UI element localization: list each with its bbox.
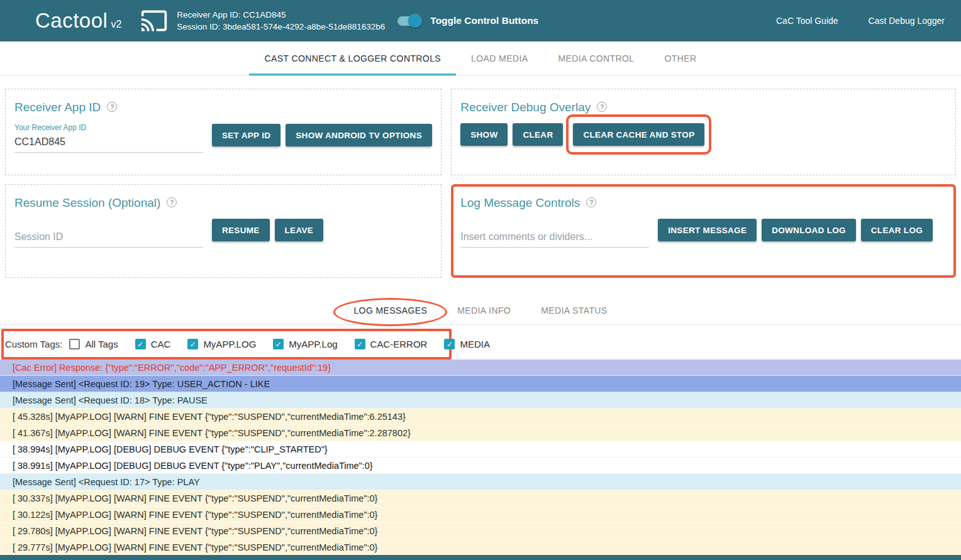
tag-label: CAC-ERROR <box>370 339 428 349</box>
tab-label: CAST CONNECT & LOGGER CONTROLS <box>264 53 441 63</box>
tag-label: All Tags <box>85 339 118 349</box>
receiver-app-id-input-label: Your Receiver App ID <box>14 123 203 132</box>
tag-label: CAC <box>151 339 171 349</box>
log-row-text: [ 38.994s] [MyAPP.LOG] [DEBUG] DEBUG EVE… <box>13 444 328 454</box>
tab-label: MEDIA INFO <box>457 305 511 316</box>
tag-myapp-log-upper[interactable]: MyAPP.LOG <box>187 339 256 349</box>
log-controls-button-group: INSERT MESSAGE DOWNLOAD LOG CLEAR LOG <box>658 219 933 248</box>
log-row-text: [ 38.991s] [MyAPP.LOG] [DEBUG] DEBUG EVE… <box>13 461 373 471</box>
cast-debug-logger-link[interactable]: Cast Debug Logger <box>869 16 945 26</box>
log-row: [ 29.780s] [MyAPP.LOG] [WARN] FINE EVENT… <box>0 523 961 539</box>
checkbox-myapp-log-upper[interactable] <box>187 339 198 349</box>
session-info: Receiver App ID: CC1AD845 Session ID: 3b… <box>177 9 385 33</box>
log-row-text: [ 30.337s] [MyAPP.LOG] [WARN] FINE EVENT… <box>13 493 377 503</box>
receiver-app-id-field-group: Your Receiver App ID <box>14 123 203 153</box>
tab-media-info[interactable]: MEDIA INFO <box>442 296 526 324</box>
session-id-input[interactable] <box>14 229 203 248</box>
show-android-tv-options-button[interactable]: SHOW ANDROID TV OPTIONS <box>286 124 432 146</box>
receiver-app-id-text: Receiver App ID: CC1AD845 <box>177 9 385 21</box>
help-icon[interactable]: ? <box>167 197 177 207</box>
toggle-knob <box>408 14 422 28</box>
log-row: [ 38.994s] [MyAPP.LOG] [DEBUG] DEBUG EVE… <box>0 441 961 458</box>
session-id-text: Session ID: 3bdea581-574e-4292-a8be-51de… <box>177 21 385 33</box>
checkbox-cac[interactable] <box>135 339 146 349</box>
receiver-app-id-card-title: Receiver App ID <box>14 101 101 114</box>
log-message-controls-card: Log Message Controls ? INSERT MESSAGE DO… <box>451 184 956 278</box>
checkbox-myapp-log[interactable] <box>273 339 284 349</box>
tab-media-status[interactable]: MEDIA STATUS <box>526 296 622 324</box>
clear-overlay-button[interactable]: CLEAR <box>513 123 563 146</box>
resume-session-card: Resume Session (Optional) ? RESUME LEAVE <box>5 184 442 278</box>
tag-label: MEDIA <box>460 339 490 349</box>
checkbox-cac-error[interactable] <box>355 339 365 349</box>
clear-log-button[interactable]: CLEAR LOG <box>861 219 933 241</box>
main-tab-bar: CAST CONNECT & LOGGER CONTROLS LOAD MEDI… <box>0 41 961 76</box>
tab-label: MEDIA CONTROL <box>558 53 634 63</box>
footer-bar <box>0 555 961 560</box>
log-row: [Cac Error] Response: {"type":"ERROR","c… <box>0 360 961 376</box>
receiver-debug-overlay-card-title: Receiver Debug Overlay <box>460 101 591 114</box>
tag-all-tags[interactable]: All Tags <box>69 339 118 349</box>
log-row: [Message Sent] <Request ID: 18> Type: PA… <box>0 392 961 409</box>
log-row: [ 29.777s] [MyAPP.LOG] [WARN] FINE EVENT… <box>0 539 961 556</box>
tag-cac[interactable]: CAC <box>135 339 171 349</box>
app-logo: Cactool v2 <box>35 9 121 33</box>
log-row: [ 30.122s] [MyAPP.LOG] [WARN] FINE EVENT… <box>0 507 961 523</box>
show-overlay-button[interactable]: SHOW <box>460 123 508 146</box>
cac-tool-guide-link[interactable]: CaC Tool Guide <box>776 16 838 26</box>
session-id-field-group <box>14 229 203 248</box>
receiver-app-id-input[interactable] <box>14 134 203 153</box>
set-app-id-button[interactable]: SET APP ID <box>212 124 281 146</box>
log-row: [Message Sent] <Request ID: 19> Type: US… <box>0 376 961 392</box>
tab-load-media[interactable]: LOAD MEDIA <box>456 41 543 75</box>
log-row-text: [ 45.328s] [MyAPP.LOG] [WARN] FINE EVENT… <box>13 412 406 422</box>
tab-cast-connect-logger-controls[interactable]: CAST CONNECT & LOGGER CONTROLS <box>249 41 456 75</box>
log-row-text: [Message Sent] <Request ID: 18> Type: PA… <box>13 395 208 405</box>
checkbox-all-tags[interactable] <box>69 339 80 349</box>
log-row: [ 30.337s] [MyAPP.LOG] [WARN] FINE EVENT… <box>0 490 961 507</box>
tab-label: LOG MESSAGES <box>353 305 427 316</box>
log-row: [ 41.367s] [MyAPP.LOG] [WARN] FINE EVENT… <box>0 425 961 441</box>
tag-media[interactable]: MEDIA <box>444 339 490 349</box>
log-row: [ 45.328s] [MyAPP.LOG] [WARN] FINE EVENT… <box>0 409 961 425</box>
clear-cache-and-stop-button[interactable]: CLEAR CACHE AND STOP <box>573 123 704 146</box>
log-row: [ 38.991s] [MyAPP.LOG] [DEBUG] DEBUG EVE… <box>0 458 961 474</box>
tab-media-control[interactable]: MEDIA CONTROL <box>543 41 649 75</box>
resume-button[interactable]: RESUME <box>212 219 270 241</box>
log-row-text: [ 30.122s] [MyAPP.LOG] [WARN] FINE EVENT… <box>13 510 377 520</box>
tag-label: MyAPP.LOG <box>203 339 256 349</box>
toggle-label: Toggle Control Buttons <box>430 15 538 26</box>
log-comment-input[interactable] <box>460 229 649 248</box>
resume-session-card-title: Resume Session (Optional) <box>14 196 160 210</box>
cast-icon[interactable] <box>140 7 168 35</box>
leave-button[interactable]: LEAVE <box>275 219 324 241</box>
custom-tags-label: Custom Tags: <box>5 339 62 349</box>
log-tab-bar: LOG MESSAGES MEDIA INFO MEDIA STATUS <box>0 296 961 325</box>
app-title: Cactool <box>35 9 108 33</box>
receiver-debug-overlay-card: Receiver Debug Overlay ? SHOW CLEAR CLEA… <box>451 89 956 175</box>
tab-other[interactable]: OTHER <box>650 41 712 75</box>
checkbox-media[interactable] <box>444 339 455 349</box>
help-icon[interactable]: ? <box>586 197 596 207</box>
control-buttons-toggle[interactable] <box>397 16 420 26</box>
help-icon[interactable]: ? <box>107 102 117 112</box>
insert-message-button[interactable]: INSERT MESSAGE <box>658 219 757 241</box>
log-message-controls-card-title: Log Message Controls <box>460 196 580 210</box>
tag-label: MyAPP.Log <box>289 339 337 349</box>
tab-log-messages[interactable]: LOG MESSAGES <box>338 296 442 324</box>
receiver-app-id-card: Receiver App ID ? Your Receiver App ID S… <box>5 89 442 175</box>
log-row-text: [Message Sent] <Request ID: 19> Type: US… <box>13 379 270 389</box>
cactool-app: Cactool v2 Receiver App ID: CC1AD845 Ses… <box>0 0 961 560</box>
log-row-text: [ 29.780s] [MyAPP.LOG] [WARN] FINE EVENT… <box>13 526 377 536</box>
control-cards: Receiver App ID ? Your Receiver App ID S… <box>0 76 961 278</box>
tag-cac-error[interactable]: CAC-ERROR <box>355 339 428 349</box>
download-log-button[interactable]: DOWNLOAD LOG <box>762 219 856 241</box>
log-messages-list[interactable]: [Cac Error] Response: {"type":"ERROR","c… <box>0 360 961 556</box>
log-row: [Message Sent] <Request ID: 17> Type: PL… <box>0 474 961 490</box>
log-row-text: [Message Sent] <Request ID: 17> Type: PL… <box>13 477 200 487</box>
tag-myapp-log[interactable]: MyAPP.Log <box>273 339 337 349</box>
help-icon[interactable]: ? <box>597 102 607 112</box>
app-version: v2 <box>111 19 121 30</box>
tab-label: LOAD MEDIA <box>471 53 528 63</box>
annotation-rect-clear-cache: CLEAR CACHE AND STOP <box>566 114 711 155</box>
